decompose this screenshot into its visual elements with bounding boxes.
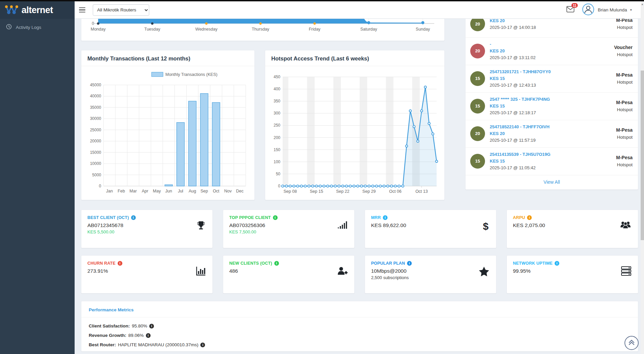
star-icon — [479, 266, 489, 278]
service-channel: Hotspot — [616, 106, 633, 114]
stat-card-value: 273.91% — [87, 268, 206, 274]
svg-text:200: 200 — [274, 135, 280, 140]
weekly-collections-chart-card: 0MondayTuesdayWednesdayThursdayFridaySat… — [81, 19, 445, 41]
transaction-details: KES 202025-10-17 @ 14:00:18 — [490, 19, 616, 31]
payment-method: Voucher — [614, 44, 633, 51]
transaction-amount-badge: 15 — [470, 71, 485, 86]
svg-text:25000: 25000 — [90, 128, 102, 132]
transaction-id-link[interactable]: 2547 ***** 325 - TJHFK7P4NG — [490, 96, 616, 103]
svg-text:Mar: Mar — [129, 189, 137, 193]
info-icon[interactable] — [146, 333, 151, 338]
svg-text:Friday: Friday — [309, 27, 321, 32]
stat-card-label: POPULAR PLAN — [371, 261, 490, 266]
svg-text:0: 0 — [99, 184, 101, 188]
service-channel: Hotspot — [616, 134, 633, 141]
alternet-logo-icon — [5, 4, 19, 16]
svg-text:Sep 08: Sep 08 — [284, 189, 297, 194]
svg-text:Jun: Jun — [165, 189, 172, 193]
performance-metric: Best Router:HAPLITE MADHARAU (2000010.37… — [89, 340, 631, 350]
envelope-icon — [566, 8, 574, 13]
transaction-datetime: 2025-10-17 @ 11:57:19 — [490, 137, 616, 143]
stat-card: MRRKES 89,622.00$ — [365, 210, 496, 248]
info-icon[interactable] — [200, 343, 205, 347]
user-menu[interactable]: Brian Mulunda ▾ — [582, 3, 632, 17]
transaction-amount-link[interactable]: KES 20 — [490, 48, 614, 54]
scroll-to-top-button[interactable] — [625, 336, 639, 350]
brand-logo[interactable]: alternet — [0, 1, 75, 19]
messages-button[interactable]: 11 — [566, 6, 574, 14]
info-icon[interactable] — [527, 215, 532, 220]
info-icon[interactable] — [149, 324, 154, 328]
users-icon — [620, 221, 631, 231]
stat-card-label: CHURN RATE — [87, 261, 206, 266]
weekly-collections-chart: 0MondayTuesdayWednesdayThursdayFridaySat… — [81, 19, 444, 41]
sidebar-item-activity-logs[interactable]: Activity Logs — [0, 19, 75, 36]
trophy-icon — [196, 221, 206, 232]
svg-text:40000: 40000 — [90, 94, 102, 98]
notification-count-badge: 11 — [571, 3, 578, 8]
info-icon[interactable] — [131, 215, 136, 220]
stat-card: TOP PPPOE CLIENTAB0703256306KES 7,500.00 — [223, 210, 355, 248]
transaction-id-link[interactable]: 254713201721 - TJHH87OYY0 — [490, 69, 616, 75]
info-icon[interactable] — [274, 261, 279, 266]
performance-metric-label: Client Satisfaction: — [89, 321, 130, 331]
hotspot-trend-chart: 050100150200250300350400450Sep 08Sep 15S… — [270, 70, 440, 197]
user-plus-icon — [337, 266, 348, 277]
stat-card-label: NETWORK UPTIME — [513, 261, 632, 266]
performance-metric-label: Revenue Growth: — [89, 331, 126, 340]
performance-metric: Revenue Growth:89.06% — [89, 331, 631, 340]
info-icon[interactable] — [118, 261, 122, 266]
transaction-amount-link[interactable]: KES 15 — [490, 103, 616, 109]
transaction-datetime: 2025-10-17 @ 12:18:17 — [490, 109, 616, 116]
svg-text:Jul: Jul — [178, 189, 183, 193]
svg-text:Saturday: Saturday — [360, 27, 377, 32]
svg-text:30000: 30000 — [90, 116, 102, 121]
svg-text:20000: 20000 — [90, 139, 102, 143]
transaction-meta: M-PesaHotspot — [616, 99, 633, 114]
performance-metrics-card: Performance Metrics Client Satisfaction:… — [81, 301, 638, 352]
svg-text:Apr: Apr — [142, 189, 148, 193]
transaction-id-link[interactable]: 254718522140 - TJHFF7OIVH — [490, 124, 616, 130]
transaction-meta: VoucherHotspot — [614, 44, 633, 58]
window-top-strip — [0, 0, 644, 1]
svg-text:150: 150 — [274, 147, 280, 152]
monthly-transactions-title: Monthly Transactions (Last 12 months) — [81, 50, 254, 66]
stat-card-value: KES 89,622.00 — [371, 222, 490, 228]
transaction-amount-link[interactable]: KES 20 — [490, 130, 616, 137]
transaction-id-link[interactable]: 254114135539 - TJH5U7O19G — [490, 151, 616, 158]
svg-text:350: 350 — [274, 99, 280, 103]
transaction-amount-link[interactable]: KES 20 — [490, 19, 616, 24]
info-icon[interactable] — [383, 215, 388, 220]
hotspot-trend-title: Hotspot Access Trend (Last 6 weeks) — [265, 50, 444, 66]
transaction-details: 254718522140 - TJHFF7OIVHKES 202025-10-1… — [490, 124, 616, 143]
info-icon[interactable] — [555, 261, 559, 266]
transaction-id-link[interactable]: - — [490, 41, 614, 48]
transaction-amount-link[interactable]: KES 15 — [490, 158, 616, 165]
scrollbar-thumb[interactable] — [641, 71, 644, 240]
transaction-amount-link[interactable]: KES 15 — [490, 75, 616, 82]
stat-card-value: 10Mbps@2000 — [371, 268, 490, 274]
svg-text:May: May — [153, 189, 161, 193]
performance-metric: Client Satisfaction:95.80% — [89, 321, 631, 331]
transaction-details: 2547 ***** 325 - TJHFK7P4NGKES 152025-10… — [490, 96, 616, 116]
stat-card-label-text: NEW CLIENTS (OCT) — [229, 261, 272, 266]
payment-method: M-Pesa — [616, 71, 633, 79]
payment-method: M-Pesa — [616, 19, 633, 24]
performance-metric-label: Best Router: — [89, 340, 116, 350]
info-icon[interactable] — [407, 261, 412, 266]
top-navbar: All Mikrotik Routers 11 Brian Mulunda ▾ — [75, 1, 641, 19]
router-filter-select[interactable]: All Mikrotik Routers — [93, 4, 149, 16]
service-channel: Hotspot — [614, 51, 633, 58]
sidebar-toggle-button[interactable] — [75, 1, 89, 19]
stat-card: POPULAR PLAN10Mbps@20002,500 subscriptio… — [365, 255, 496, 294]
transaction-row: 20254718522140 - TJHFF7OIVHKES 202025-10… — [466, 120, 638, 148]
stat-card-value: 99.95% — [513, 268, 632, 274]
scrollbar-up-arrow[interactable]: ▲ — [641, 3, 644, 6]
info-icon[interactable] — [273, 215, 278, 220]
recent-transactions-card: 20KES 202025-10-17 @ 14:00:18M-PesaHotsp… — [465, 19, 638, 190]
payment-method: M-Pesa — [616, 99, 633, 106]
svg-text:Sep 15: Sep 15 — [310, 189, 323, 194]
view-all-link[interactable]: View All — [466, 175, 638, 189]
stat-card-value: 486 — [229, 268, 348, 274]
stat-card-label: NEW CLIENTS (OCT) — [229, 261, 348, 266]
